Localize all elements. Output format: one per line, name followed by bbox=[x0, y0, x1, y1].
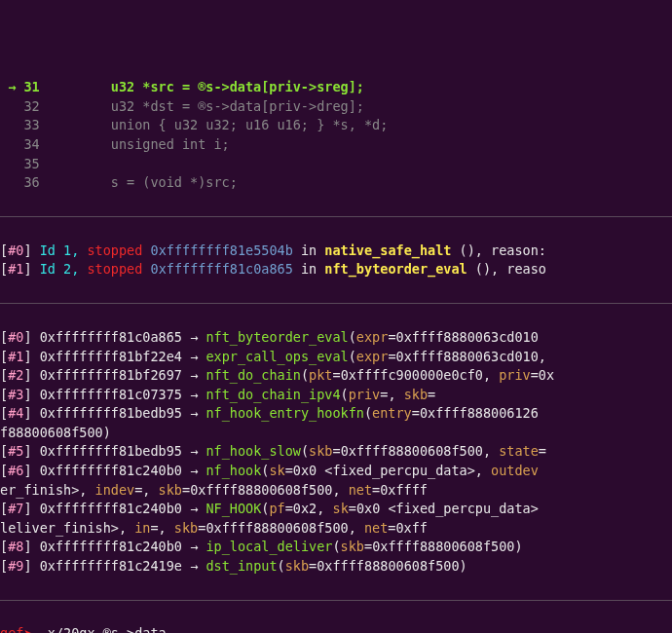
frame-index: #3 bbox=[8, 387, 23, 402]
threads-section: [#0] Id 1, stopped 0xffffffff81e5504b in… bbox=[0, 240, 672, 281]
arg-val: 0xffff88800608f500 bbox=[205, 520, 348, 536]
source-code: unsigned int i; bbox=[40, 136, 230, 152]
frame-index: #0 bbox=[8, 329, 23, 345]
frame-index: #2 bbox=[8, 367, 23, 383]
source-line: 34 unsigned int i; bbox=[0, 135, 672, 155]
source-arrow bbox=[0, 156, 23, 171]
arg-val: 0xffff88800608f500 bbox=[317, 558, 459, 574]
arg-val: 0xffff88800608f500 bbox=[190, 482, 332, 498]
arg-key: net bbox=[364, 520, 388, 536]
source-code: u32 *dst = ®s->data[priv->dreg]; bbox=[40, 98, 364, 114]
trace-line: [#9] 0xffffffff81c2419e → dst_input(skb=… bbox=[0, 557, 672, 577]
frame-index: #1 bbox=[8, 349, 23, 364]
thread-state: stopped bbox=[87, 261, 142, 277]
frame-fn: nft_do_chain_ipv4 bbox=[205, 387, 340, 402]
source-line: 35 bbox=[0, 155, 672, 174]
source-section: → 31 u32 *src = ®s->data[priv->sreg]; 32… bbox=[0, 76, 672, 194]
frame-overflow: f88800608f500) bbox=[0, 425, 111, 440]
source-line: → 31 u32 *src = ®s->data[priv->sreg]; bbox=[0, 78, 672, 97]
gef-input[interactable]: x/20gx ®s->data bbox=[48, 625, 167, 633]
source-arrow: → bbox=[0, 79, 23, 94]
trace-line: [#7] 0xffffffff81c240b0 → NF_HOOK(pf=0x2… bbox=[0, 500, 672, 519]
source-arrow bbox=[0, 136, 23, 152]
separator bbox=[0, 216, 672, 217]
trace-line: [#5] 0xffffffff81bedb95 → nf_hook_slow(s… bbox=[0, 442, 672, 462]
thread-addr: 0xffffffff81e5504b bbox=[151, 242, 293, 258]
trace-line: [#2] 0xffffffff81bf2697 → nft_do_chain(p… bbox=[0, 366, 672, 386]
source-line: 32 u32 *dst = ®s->data[priv->dreg]; bbox=[0, 97, 672, 117]
arg-key: in bbox=[134, 520, 150, 536]
arg-key: skb bbox=[285, 558, 309, 574]
trace-line: er_finish>, indev=, skb=0xffff88800608f5… bbox=[0, 481, 672, 501]
arg-key: skb bbox=[309, 443, 332, 459]
source-arrow bbox=[0, 117, 23, 132]
frame-fn: expr_call_ops_eval bbox=[205, 349, 348, 364]
arg-key: expr bbox=[356, 349, 389, 364]
source-code: union { u32 u32; u16 u16; } *s, *d; bbox=[40, 117, 389, 132]
trace-section: [#0] 0xffffffff81c0a865 → nft_byteorder_… bbox=[0, 326, 672, 577]
gef-prompt: gef➤ bbox=[0, 625, 32, 633]
arg-key: skb bbox=[174, 520, 198, 536]
gef-prompt-line[interactable]: gef➤ x/20gx ®s->data bbox=[0, 624, 672, 633]
arg-val: 0xffffc900000e0cf0 bbox=[341, 367, 483, 383]
arg-key: net bbox=[349, 482, 372, 498]
thread-row: [#0] Id 1, stopped 0xffffffff81e5504b in… bbox=[0, 242, 672, 261]
source-arrow bbox=[0, 98, 23, 114]
thread-fn: nft_byteorder_eval bbox=[324, 261, 467, 277]
source-lineno: 33 bbox=[23, 117, 39, 132]
thread-index: #0 bbox=[8, 242, 23, 258]
frame-fn: nft_do_chain bbox=[205, 367, 301, 383]
arg-key: state bbox=[499, 443, 539, 459]
frame-fn: nf_hook bbox=[205, 463, 261, 478]
frame-index: #4 bbox=[8, 405, 23, 421]
frame-addr: 0xffffffff81bf2697 bbox=[40, 367, 182, 383]
frame-addr: 0xffffffff81c0a865 bbox=[40, 329, 182, 345]
trace-line: [#3] 0xffffffff81c07375 → nft_do_chain_i… bbox=[0, 386, 672, 405]
trace-line: leliver_finish>, in=, skb=0xffff88800608… bbox=[0, 519, 672, 539]
arg-key: skb bbox=[404, 387, 428, 402]
frame-addr: 0xffffffff81bedb95 bbox=[40, 443, 182, 459]
thread-id: Id 2, bbox=[40, 261, 80, 277]
thread-row: [#1] Id 2, stopped 0xffffffff81c0a865 in… bbox=[0, 260, 672, 279]
thread-addr: 0xffffffff81c0a865 bbox=[151, 261, 293, 277]
thread-fn: native_safe_halt bbox=[324, 242, 451, 258]
source-lineno: 35 bbox=[23, 156, 39, 171]
arg-val: 0xffff88800608f500 bbox=[341, 443, 483, 459]
arg-val: 0xffff8880063cd010 bbox=[396, 349, 539, 364]
frame-index: #5 bbox=[8, 443, 23, 459]
source-lineno: 32 bbox=[23, 98, 39, 114]
arg-val: 0xffff88800608f500 bbox=[372, 539, 514, 554]
source-code: s = (void *)src; bbox=[40, 174, 238, 190]
arg-key: skb bbox=[159, 482, 182, 498]
trace-line: [#6] 0xffffffff81c240b0 → nf_hook(sk=0x0… bbox=[0, 462, 672, 481]
arg-val: 0xffff bbox=[380, 482, 428, 498]
thread-state: stopped bbox=[87, 242, 142, 258]
arg-val: 0x bbox=[539, 367, 554, 383]
thread-id: Id 1, bbox=[40, 242, 80, 258]
trace-line: [#4] 0xffffffff81bedb95 → nf_hook_entry_… bbox=[0, 404, 672, 424]
arg-key: pkt bbox=[309, 367, 332, 383]
trace-line: [#8] 0xffffffff81c240b0 → ip_local_deliv… bbox=[0, 538, 672, 557]
frame-addr: 0xffffffff81bedb95 bbox=[40, 405, 182, 421]
arg-key: indev bbox=[95, 482, 135, 498]
source-lineno: 34 bbox=[23, 136, 39, 152]
arg-key: priv bbox=[499, 367, 531, 383]
arg-key: skb bbox=[341, 539, 364, 554]
trace-line: f88800608f500) bbox=[0, 424, 672, 443]
frame-index: #6 bbox=[8, 463, 23, 478]
trace-line: [#1] 0xffffffff81bf22e4 → expr_call_ops_… bbox=[0, 348, 672, 367]
trace-line: [#0] 0xffffffff81c0a865 → nft_byteorder_… bbox=[0, 328, 672, 348]
command-section: gef➤ x/20gx ®s->data0xffffc900000e0ae8: … bbox=[0, 622, 672, 633]
frame-addr: 0xffffffff81c07375 bbox=[40, 387, 182, 402]
source-line: 33 union { u32 u32; u16 u16; } *s, *d; bbox=[0, 116, 672, 135]
source-arrow bbox=[0, 174, 23, 190]
source-code: u32 *src = ®s->data[priv->sreg]; bbox=[40, 79, 364, 94]
source-line: 36 s = (void *)src; bbox=[0, 173, 672, 193]
source-lineno: 36 bbox=[23, 174, 39, 190]
arg-val: 0xff bbox=[395, 520, 428, 536]
thread-index: #1 bbox=[8, 261, 23, 277]
frame-fn: nft_byteorder_eval bbox=[205, 329, 348, 345]
frame-fn: nf_hook_slow bbox=[205, 443, 301, 459]
separator bbox=[0, 600, 672, 601]
arg-key: expr bbox=[356, 329, 389, 345]
